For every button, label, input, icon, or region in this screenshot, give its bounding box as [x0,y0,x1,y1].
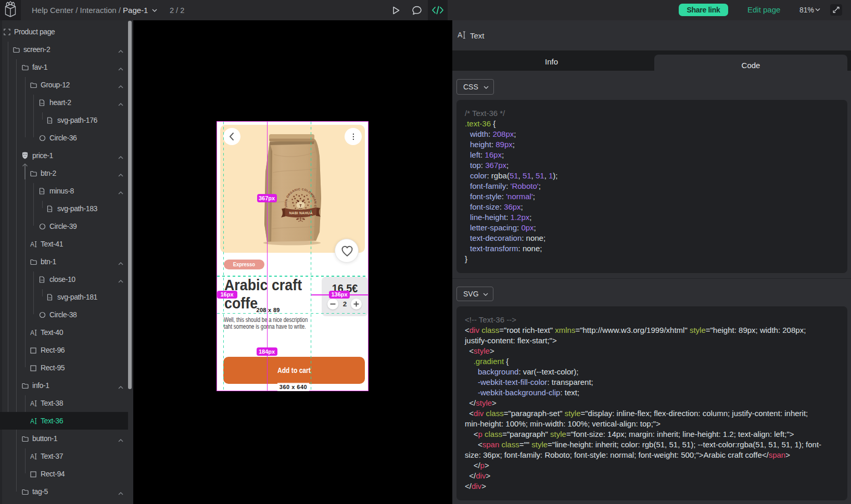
svg-text:A: A [30,453,34,460]
svg-text:A: A [30,329,34,336]
svg-text:A: A [30,418,34,424]
svg-text:A: A [30,241,34,248]
svg-text:A: A [458,31,463,39]
svg-text:A: A [30,400,34,407]
svg-text:NABI NAHUA: NABI NAHUA [289,211,312,215]
